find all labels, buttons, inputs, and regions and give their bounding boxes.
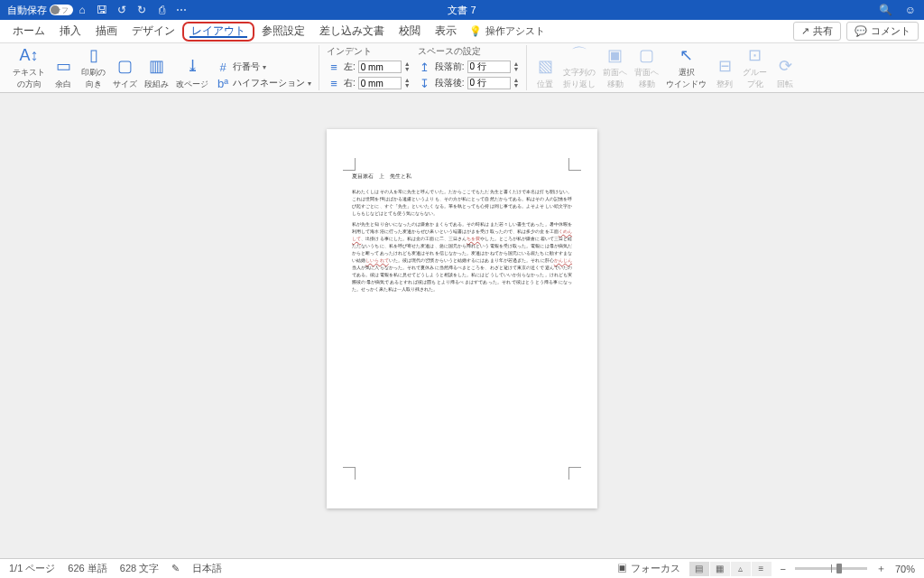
rotate-icon: ⟳ [774,55,796,77]
backward-icon: ▢ [636,45,658,65]
redo-icon[interactable]: ↻ [135,4,148,16]
home-icon[interactable]: ⌂ [76,4,88,16]
indent-right-icon: ≡ [327,76,341,90]
tab-design[interactable]: デザイン [125,20,182,43]
print-icon[interactable]: ⎙ [155,4,168,16]
line-numbers-icon: # [216,60,230,74]
size-icon: ▢ [115,55,136,77]
document-canvas[interactable]: 夏目漱石 上 先生と私 私わたくしはその人を常に先生と呼んでいた。だからここでも… [0,93,924,558]
tab-home[interactable]: ホーム [5,20,52,43]
position-icon: ▧ [534,55,556,77]
space-before-icon: ↥ [418,60,432,74]
undo-icon[interactable]: ↺ [116,4,128,16]
document-page[interactable]: 夏目漱石 上 先生と私 私わたくしはその人を常に先生と呼んでいた。だからここでも… [327,129,597,508]
orientation-icon: ▯ [83,45,105,65]
size-button[interactable]: ▢サイズ [113,45,137,90]
doc-heading[interactable]: 夏目漱石 上 先生と私 [352,172,572,181]
selection-pane-button[interactable]: ↖選択 ウインドウ [666,45,707,90]
comment-button[interactable]: 💬コメント [846,22,919,41]
tab-mailings[interactable]: 差し込み文書 [312,20,392,43]
zoom-in-button[interactable]: ＋ [876,562,886,575]
text-direction-icon: A↕ [18,45,40,65]
status-language[interactable]: 日本語 [192,562,222,575]
comment-icon: 💬 [855,25,867,37]
wrap-icon: ⌒ [568,43,590,65]
crop-mark [343,467,356,480]
status-page[interactable]: 1/1 ページ [9,562,55,575]
group-button: ⊡グルー プ化 [743,45,767,90]
tab-view[interactable]: 表示 [428,20,464,43]
margins-button[interactable]: ▭余白 [52,45,74,90]
orientation-button[interactable]: ▯印刷の 向き [81,45,106,90]
align-button: ⊟整列 [714,45,735,90]
save-icon[interactable]: 🖫 [96,4,108,16]
status-proofing-icon[interactable]: ✎ [171,563,180,574]
tab-layout[interactable]: レイアウト [182,22,254,42]
wrap-text-button: ⌒文字列の 折り返し [563,45,596,90]
spinner-icon[interactable]: ▲▼ [404,61,411,72]
tell-me[interactable]: 💡操作アシスト [469,24,545,38]
view-print-layout[interactable]: ▤ [689,562,709,576]
columns-button[interactable]: ▥段組み [144,45,169,90]
focus-icon: ▣ [617,563,627,573]
search-icon[interactable]: 🔍 [879,4,892,16]
indent-right-label: 右: [344,77,356,89]
hyphenation-icon: bª [216,76,230,90]
breaks-icon: ⤓ [181,55,203,77]
indent-left-input[interactable] [358,61,402,73]
spacing-header: スペースの設定 [418,45,520,58]
breaks-button[interactable]: ⤓改ページ [176,45,208,90]
line-numbers-button[interactable]: #行番号▾ [216,60,311,74]
spinner-icon[interactable]: ▲▼ [513,78,520,89]
margins-icon: ▭ [52,55,74,77]
autosave-state: オフ [54,5,69,15]
space-before-input[interactable] [467,61,511,73]
autosave-label: 自動保存 [7,4,47,17]
forward-icon: ▣ [605,45,626,65]
send-backward-button: ▢背面へ 移動 [634,45,659,90]
focus-mode-button[interactable]: ▣ フォーカス [617,562,679,575]
share-button[interactable]: ↗共有 [793,22,841,41]
spinner-icon[interactable]: ▲▼ [513,61,520,72]
tab-review[interactable]: 校閲 [392,20,428,43]
selection-icon: ↖ [676,45,698,65]
space-before-label: 段落前: [435,61,465,73]
more-icon[interactable]: ⋯ [175,4,188,16]
text-direction-button[interactable]: A↕テキスト の方向 [13,45,45,90]
spinner-icon[interactable]: ▲▼ [404,78,411,89]
crop-mark [568,467,581,480]
group-icon: ⊡ [744,45,766,65]
tab-insert[interactable]: 挿入 [52,20,88,43]
indent-left-icon: ≡ [327,60,341,74]
indent-right-input[interactable] [358,77,402,89]
position-button: ▧位置 [534,45,556,90]
space-after-icon: ↧ [418,76,432,90]
status-words[interactable]: 626 単語 [68,562,106,575]
align-icon: ⊟ [714,55,735,77]
doc-body[interactable]: 私わたくしはその人を常に先生と呼んでいた。だからここでもただ先生と書くだけで本名… [352,188,572,293]
hyphenation-button[interactable]: bªハイフネーション▾ [216,76,311,90]
zoom-out-button[interactable]: − [781,564,786,574]
space-after-input[interactable] [467,77,511,89]
tab-references[interactable]: 参照設定 [254,20,312,43]
account-icon[interactable]: ☺ [904,4,917,16]
view-outline[interactable]: ▵ [731,562,751,576]
columns-icon: ▥ [146,55,168,77]
indent-header: インデント [327,45,411,58]
bring-forward-button: ▣前面へ 移動 [603,45,627,90]
view-web-layout[interactable]: ▦ [710,562,730,576]
status-chars[interactable]: 628 文字 [120,562,159,575]
space-after-label: 段落後: [435,77,465,89]
crop-mark [343,158,356,171]
crop-mark [568,158,581,171]
zoom-level[interactable]: 70% [895,564,915,574]
zoom-slider[interactable] [795,567,867,570]
indent-left-label: 左: [344,61,356,73]
document-title: 文書 7 [448,4,476,17]
view-draft[interactable]: ≡ [752,562,772,576]
tab-draw[interactable]: 描画 [88,20,125,43]
rotate-button: ⟳回転 [774,45,796,90]
share-icon: ↗ [801,25,809,37]
bulb-icon: 💡 [469,25,482,37]
